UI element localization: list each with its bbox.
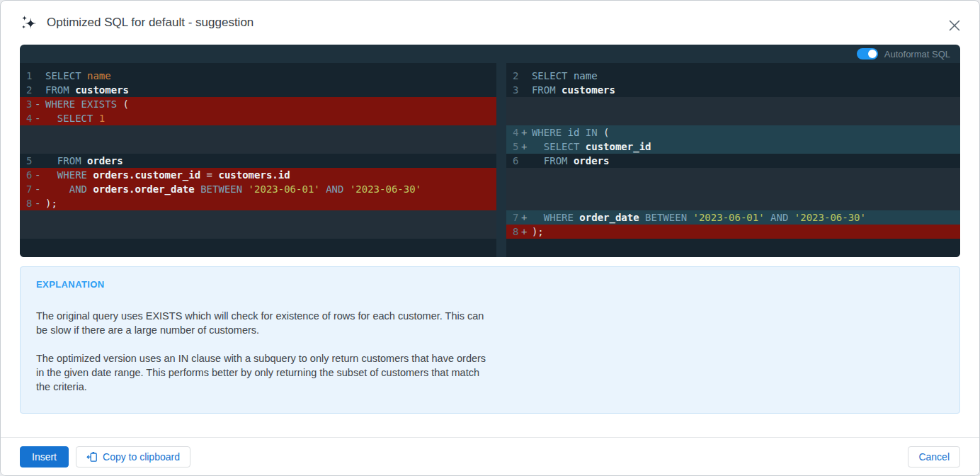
line-number: 4 <box>20 111 35 125</box>
dialog-footer: Insert Copy to clipboard Cancel <box>1 437 979 475</box>
optimized-sql-dialog: Optimized SQL for default - suggestion A… <box>0 0 980 476</box>
close-icon <box>948 19 961 32</box>
line-number: 1 <box>20 69 35 83</box>
code-line: WHERE orders.customer_id = customers.id <box>45 168 496 182</box>
clipboard-icon <box>86 451 98 463</box>
close-button[interactable] <box>945 16 964 35</box>
diff-marker <box>521 69 532 83</box>
diff-marker: + <box>521 225 532 239</box>
diff-filler-row <box>20 210 496 225</box>
diff-code-row: 8+); <box>506 225 960 239</box>
diff-code-row: 4+WHERE id IN ( <box>506 125 960 140</box>
diff-filler-row <box>20 140 496 154</box>
copy-button-label: Copy to clipboard <box>103 451 180 463</box>
diff-marker <box>521 154 532 168</box>
diff-left-panel[interactable]: 1SELECT name2FROM customers3-WHERE EXIST… <box>20 63 496 257</box>
code-line: FROM customers <box>45 83 496 97</box>
line-number: 6 <box>506 154 521 168</box>
code-line: ); <box>45 196 496 210</box>
diff-code-row: 5+ SELECT customer_id <box>506 140 960 154</box>
diff-marker: - <box>35 196 45 210</box>
diff-marker: - <box>35 111 45 125</box>
line-number: 2 <box>20 83 35 97</box>
code-line: WHERE order_date BETWEEN '2023-06-01' AN… <box>532 210 960 225</box>
line-number: 5 <box>20 154 35 168</box>
line-number: 3 <box>506 83 521 97</box>
diff-filler-row <box>20 125 496 140</box>
diff-marker: - <box>35 182 45 196</box>
diff-code-row: 3FROM customers <box>506 83 960 97</box>
code-line: FROM customers <box>532 83 960 97</box>
code-line: ); <box>532 225 960 239</box>
diff-code-row: 3-WHERE EXISTS ( <box>20 97 496 111</box>
diff-right-panel[interactable]: 2SELECT name3FROM customers4+WHERE id IN… <box>506 63 960 257</box>
sparkles-icon <box>19 13 38 32</box>
code-line: FROM orders <box>45 154 496 168</box>
line-number: 2 <box>506 69 521 83</box>
explanation-panel: EXPLANATION The original query uses EXIS… <box>20 266 960 414</box>
footer-actions-left: Insert Copy to clipboard <box>20 446 190 468</box>
diff-code-row: 8-); <box>20 196 496 210</box>
diff-code-row: 6- WHERE orders.customer_id = customers.… <box>20 168 496 182</box>
diff-code-row: 2FROM customers <box>20 83 496 97</box>
line-number: 6 <box>20 168 35 182</box>
line-number: 8 <box>506 225 521 239</box>
autoformat-label: Autoformat SQL <box>884 49 950 60</box>
diff-code-row: 5 FROM orders <box>20 154 496 168</box>
diff-filler-row <box>506 196 960 210</box>
diff-code-row: 6 FROM orders <box>506 154 960 168</box>
diff-marker <box>35 69 45 83</box>
sql-diff-container: Autoformat SQL 1SELECT name2FROM custome… <box>20 45 960 257</box>
dialog-titlebar: Optimized SQL for default - suggestion <box>1 1 979 45</box>
explanation-heading: EXPLANATION <box>36 279 944 290</box>
diff-filler-row <box>506 111 960 125</box>
diff-marker: - <box>35 97 45 111</box>
code-line: SELECT 1 <box>45 111 496 125</box>
line-number: 7 <box>20 182 35 196</box>
diff-marker <box>35 83 45 97</box>
line-number: 8 <box>20 196 35 210</box>
code-line: SELECT name <box>45 69 496 83</box>
diff-filler-row <box>506 97 960 111</box>
diff-code-row: 2SELECT name <box>506 69 960 83</box>
insert-button[interactable]: Insert <box>20 446 69 468</box>
line-number: 4 <box>506 125 521 140</box>
explanation-paragraph: The original query uses EXISTS which wil… <box>36 309 495 337</box>
diff-code-row: 7- AND orders.order_date BETWEEN '2023-0… <box>20 182 496 196</box>
autoformat-toggle[interactable] <box>857 48 878 60</box>
line-number: 5 <box>506 140 521 154</box>
cancel-button[interactable]: Cancel <box>908 446 960 468</box>
diff-marker: - <box>35 168 45 182</box>
diff-marker <box>35 154 45 168</box>
diff-marker: + <box>521 140 532 154</box>
copy-to-clipboard-button[interactable]: Copy to clipboard <box>76 446 190 468</box>
code-line: FROM orders <box>532 154 960 168</box>
toggle-knob <box>868 50 877 58</box>
diff-filler-row <box>506 168 960 182</box>
code-line: WHERE id IN ( <box>532 125 960 140</box>
diff-marker: + <box>521 210 532 225</box>
diff-code-row: 1SELECT name <box>20 69 496 83</box>
diff-code-row: 4- SELECT 1 <box>20 111 496 125</box>
line-number: 7 <box>506 210 521 225</box>
diff-marker <box>521 83 532 97</box>
code-line: SELECT name <box>532 69 960 83</box>
diff-marker: + <box>521 125 532 140</box>
diff-filler-row <box>20 225 496 239</box>
line-number: 3 <box>20 97 35 111</box>
code-line: WHERE EXISTS ( <box>45 97 496 111</box>
code-line: SELECT customer_id <box>532 140 960 154</box>
cancel-button-label: Cancel <box>918 451 950 463</box>
diff-filler-row <box>506 182 960 196</box>
dialog-title: Optimized SQL for default - suggestion <box>47 16 253 30</box>
diff-panels: 1SELECT name2FROM customers3-WHERE EXIST… <box>20 63 960 257</box>
explanation-paragraph: The optimized version uses an IN clause … <box>36 351 495 394</box>
code-line: AND orders.order_date BETWEEN '2023-06-0… <box>45 182 496 196</box>
diff-header: Autoformat SQL <box>20 45 960 63</box>
insert-button-label: Insert <box>32 451 57 463</box>
diff-code-row: 7+ WHERE order_date BETWEEN '2023-06-01'… <box>506 210 960 225</box>
